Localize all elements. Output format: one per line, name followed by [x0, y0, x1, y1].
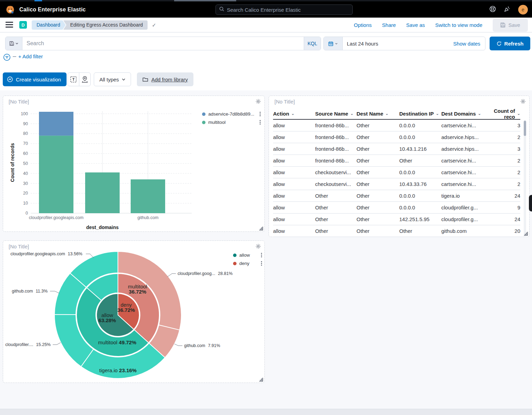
- table-cell[interactable]: 0.0.0.0: [399, 134, 441, 140]
- table-cell[interactable]: allow: [273, 228, 315, 234]
- table-cell[interactable]: 9: [483, 205, 520, 210]
- table-cell[interactable]: Other: [357, 146, 399, 152]
- global-search-input[interactable]: [227, 7, 349, 13]
- table-cell[interactable]: Other: [357, 158, 399, 164]
- table-cell[interactable]: allow: [273, 205, 315, 210]
- bar-segment[interactable]: [39, 136, 73, 213]
- bar-segment[interactable]: [85, 172, 120, 213]
- table-cell[interactable]: Other: [399, 228, 441, 234]
- table-cell[interactable]: 2: [483, 134, 520, 140]
- table-scrollbar-thumb[interactable]: [524, 121, 526, 136]
- filter-icon[interactable]: [3, 53, 11, 62]
- add-filter-link[interactable]: + Add filter: [18, 53, 43, 59]
- saved-query-menu-button[interactable]: [6, 37, 22, 50]
- table-cell[interactable]: Other: [357, 169, 399, 175]
- table-row[interactable]: allowOtherOther0.0.0.0tigera.io24: [273, 190, 520, 202]
- table-cell[interactable]: allow: [273, 193, 315, 199]
- table-cell[interactable]: 10.43.33.76: [399, 181, 441, 187]
- calendar-button[interactable]: [324, 37, 343, 50]
- table-cell[interactable]: cartservice.hi...: [441, 169, 483, 175]
- table-cell[interactable]: 0.0.0.0: [399, 122, 441, 128]
- add-text-button[interactable]: T: [68, 73, 79, 86]
- bar-segment[interactable]: [131, 179, 165, 213]
- switch-view-mode-link[interactable]: Switch to view mode: [435, 22, 482, 28]
- table-cell[interactable]: cloudprofiler.g...: [441, 205, 483, 210]
- gear-icon[interactable]: [520, 99, 526, 106]
- kql-button[interactable]: KQL: [304, 37, 321, 50]
- bar-segment[interactable]: [39, 112, 73, 136]
- table-cell[interactable]: Other: [399, 158, 441, 164]
- table-row[interactable]: allowfrontend-86b...OtherOthercartservic…: [273, 155, 520, 167]
- table-row[interactable]: allowfrontend-86b...Other0.0.0.0cartserv…: [273, 120, 520, 131]
- save-button[interactable]: Save: [493, 19, 528, 32]
- table-cell[interactable]: allow: [273, 158, 315, 164]
- share-link[interactable]: Share: [382, 22, 396, 28]
- table-cell[interactable]: 20: [483, 228, 520, 234]
- flyout-handle[interactable]: [529, 195, 532, 211]
- dashboard-app-badge[interactable]: D: [19, 21, 27, 29]
- table-cell[interactable]: cartservice.hi...: [441, 158, 483, 164]
- table-cell[interactable]: allow: [273, 216, 315, 222]
- table-cell[interactable]: Other: [357, 216, 399, 222]
- table-cell[interactable]: 0.0.0.0: [399, 205, 441, 210]
- column-header[interactable]: Action⌄: [273, 111, 315, 117]
- table-cell[interactable]: adservice.hips...: [441, 134, 483, 140]
- options-link[interactable]: Options: [354, 22, 372, 28]
- table-cell[interactable]: Other: [357, 205, 399, 210]
- table-cell[interactable]: frontend-86b...: [315, 134, 357, 140]
- table-cell[interactable]: Other: [357, 228, 399, 234]
- table-cell[interactable]: cloudprofiler.g...: [441, 216, 483, 222]
- table-cell[interactable]: checkoutservi...: [315, 169, 357, 175]
- legend-menu-icon[interactable]: [259, 119, 261, 125]
- table-cell[interactable]: checkoutservi...: [315, 181, 357, 187]
- table-cell[interactable]: tigera.io: [441, 193, 483, 199]
- news-icon[interactable]: [504, 6, 511, 14]
- table-cell[interactable]: adservice.hips...: [441, 146, 483, 152]
- table-cell[interactable]: allow: [273, 122, 315, 128]
- legend-menu-icon[interactable]: [260, 260, 263, 266]
- column-header[interactable]: Destination IP⌄: [399, 111, 441, 117]
- panel-resize-handle[interactable]: [259, 378, 263, 382]
- panel-resize-handle[interactable]: [524, 232, 528, 236]
- table-row[interactable]: allowcheckoutservi...Other10.43.33.76car…: [273, 178, 520, 190]
- table-row[interactable]: allowcheckoutservi...Other0.0.0.0cartser…: [273, 167, 520, 178]
- add-from-library-button[interactable]: Add from library: [137, 72, 193, 86]
- legend-item[interactable]: allow: [233, 252, 263, 258]
- show-dates-link[interactable]: Show dates: [453, 41, 485, 47]
- user-avatar[interactable]: e: [518, 5, 528, 14]
- table-cell[interactable]: 2: [483, 158, 520, 164]
- table-cell[interactable]: 2: [483, 169, 520, 175]
- table-cell[interactable]: allow: [273, 134, 315, 140]
- table-row[interactable]: allowOtherOther142.251.5.95cloudprofiler…: [273, 214, 520, 225]
- panel-title[interactable]: [No Title]: [274, 99, 295, 105]
- table-cell[interactable]: Other: [315, 228, 357, 234]
- breadcrumb-dashboard[interactable]: Dashboard: [32, 20, 66, 30]
- panel-resize-handle[interactable]: [259, 227, 263, 230]
- create-visualization-button[interactable]: Create visualization: [3, 72, 67, 86]
- table-cell[interactable]: 24: [483, 216, 520, 222]
- table-cell[interactable]: 142.251.5.95: [399, 216, 441, 222]
- check-icon[interactable]: ✓: [152, 22, 156, 28]
- table-cell[interactable]: frontend-86b...: [315, 122, 357, 128]
- table-row[interactable]: allowOtherOtherOthergithub.com20: [273, 225, 520, 237]
- table-cell[interactable]: cartservice.hi...: [441, 181, 483, 187]
- legend-menu-icon[interactable]: [259, 111, 261, 117]
- column-header[interactable]: Dest Name⌄: [357, 111, 399, 117]
- help-icon[interactable]: [489, 6, 496, 14]
- table-cell[interactable]: Other: [315, 216, 357, 222]
- time-range-value[interactable]: Last 24 hours: [343, 41, 453, 47]
- query-input[interactable]: [22, 40, 304, 47]
- table-cell[interactable]: frontend-86b...: [315, 158, 357, 164]
- legend-item[interactable]: adservice-7d8b8d89...: [202, 111, 261, 117]
- menu-icon[interactable]: [6, 22, 13, 28]
- legend-menu-icon[interactable]: [260, 252, 263, 258]
- table-cell[interactable]: Other: [357, 181, 399, 187]
- table-cell[interactable]: 24: [483, 193, 520, 199]
- table-cell[interactable]: Other: [315, 205, 357, 210]
- table-cell[interactable]: Other: [315, 193, 357, 199]
- table-cell[interactable]: 2: [483, 181, 520, 187]
- table-cell[interactable]: 0.0.0.0: [399, 169, 441, 175]
- column-header[interactable]: Count of reco⌄: [483, 108, 520, 120]
- global-search[interactable]: [215, 4, 353, 15]
- table-cell[interactable]: cartservice.hi...: [441, 122, 483, 128]
